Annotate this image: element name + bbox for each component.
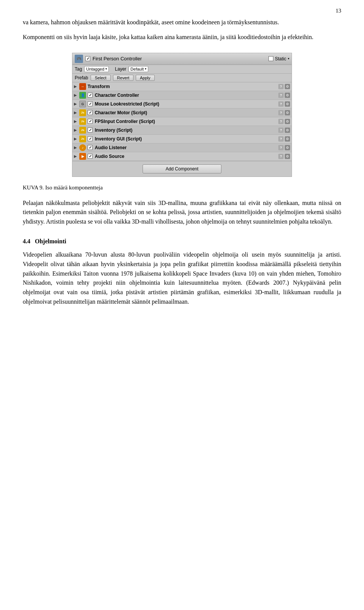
object-title: First Person Controller [93, 56, 266, 61]
layer-dropdown-arrow: ▾ [145, 67, 146, 71]
component-controls: ? ⚙ [278, 110, 290, 115]
figure-caption: KUVA 9. Iso määrä komponentteja [23, 184, 341, 191]
add-component-area: Add Component [72, 161, 292, 177]
character-controller-icon: 👤 [79, 92, 86, 99]
component-enabled-checkbox[interactable]: ✓ [88, 119, 93, 124]
inventory-icon: Js [79, 127, 86, 134]
help-icon[interactable]: ? [278, 136, 284, 142]
component-name: Inventory (Script) [95, 128, 277, 133]
tag-dropdown-arrow: ▾ [105, 67, 107, 71]
settings-icon[interactable]: ⚙ [285, 119, 290, 124]
fpsinput-controller-icon: Js [79, 118, 86, 125]
inventory-gui-icon: Js [79, 136, 86, 142]
help-icon[interactable]: ? [278, 145, 284, 150]
settings-icon[interactable]: ⚙ [285, 101, 290, 107]
tag-layer-row: Tag Untagged ▾ Layer Default ▾ [72, 65, 292, 74]
paragraph-3: Pelaajan näkökulmasta peliobjektit näkyv… [23, 199, 341, 227]
expand-arrow-icon[interactable]: ▶ [74, 128, 78, 132]
component-name: Character Motor (Script) [95, 110, 277, 115]
component-enabled-checkbox[interactable]: ✓ [88, 136, 93, 141]
prefab-row: Prefab Select Revert Apply [72, 74, 292, 82]
paragraph-4: Videopelien alkuaikana 70-luvun alusta 8… [23, 250, 341, 307]
component-name: Inventory GUI (Script) [95, 136, 277, 142]
component-name: Transform [88, 84, 277, 89]
tag-label: Tag [75, 66, 82, 72]
component-controls: ? ⚙ [278, 119, 290, 124]
layer-value: Default [130, 67, 144, 71]
section-title: Ohjelmointi [35, 238, 66, 244]
expand-arrow-icon[interactable]: ▶ [74, 84, 78, 88]
expand-arrow-icon[interactable]: ▶ [74, 137, 78, 141]
component-enabled-checkbox[interactable]: ✓ [88, 145, 93, 150]
static-checkbox[interactable] [268, 56, 273, 61]
help-icon[interactable]: ? [278, 93, 284, 98]
expand-arrow-icon[interactable]: ▶ [74, 110, 78, 115]
unity-titlebar: 🎮 ✓ First Person Controller Static ▾ [72, 53, 292, 65]
help-icon[interactable]: ? [278, 128, 284, 133]
component-row: ▶ ♪ ✓ Audio Listener ? ⚙ [72, 143, 292, 152]
expand-arrow-icon[interactable]: ▶ [74, 119, 78, 123]
settings-icon[interactable]: ⚙ [285, 110, 290, 115]
help-icon[interactable]: ? [278, 110, 284, 115]
settings-icon[interactable]: ⚙ [285, 128, 290, 133]
object-active-checkbox[interactable]: ✓ [85, 56, 90, 61]
revert-button[interactable]: Revert [113, 75, 133, 81]
help-icon[interactable]: ? [278, 154, 284, 159]
expand-arrow-icon[interactable]: ▶ [74, 102, 78, 106]
apply-button[interactable]: Apply [136, 75, 155, 81]
component-name: Audio Listener [95, 145, 277, 150]
component-row: ▶ ▶ ✓ Audio Source ? ⚙ [72, 152, 292, 161]
unity-inspector-screenshot: 🎮 ✓ First Person Controller Static ▾ Tag… [72, 53, 292, 177]
component-enabled-checkbox[interactable]: ✓ [88, 110, 93, 115]
component-controls: ? ⚙ [278, 136, 290, 142]
component-enabled-checkbox[interactable]: ✓ [88, 128, 93, 132]
component-row: ▶ 👤 ✓ Character Controller ? ⚙ [72, 91, 292, 100]
mouse-lookrestricted-icon: G [79, 101, 86, 107]
settings-icon[interactable]: ⚙ [285, 93, 290, 98]
component-enabled-checkbox[interactable]: ✓ [88, 154, 93, 159]
section-heading: 4.4 Ohjelmointi [23, 238, 341, 245]
settings-icon[interactable]: ⚙ [285, 145, 290, 150]
components-list: ▶ ↔ Transform ? ⚙ ▶ 👤 ✓ Character Contro… [72, 82, 292, 161]
component-controls: ? ⚙ [278, 145, 290, 150]
expand-arrow-icon[interactable]: ▶ [74, 93, 78, 97]
component-row: ▶ Js ✓ FPSInput Controller (Script) ? ⚙ [72, 117, 292, 126]
paragraph-2: Komponentti on siis hyvin laaja käsite, … [23, 33, 341, 42]
tag-value: Untagged [86, 67, 104, 71]
character-motor-icon: Js [79, 109, 86, 116]
component-name: Mouse Lookrestricted (Script) [95, 101, 277, 107]
component-controls: ? ⚙ [278, 128, 290, 133]
paragraph-1: va kamera, hahmon ohjauksen määrittävät … [23, 18, 341, 27]
component-enabled-checkbox[interactable]: ✓ [88, 93, 93, 98]
static-label: Static [275, 56, 286, 61]
help-icon[interactable]: ? [278, 101, 284, 107]
tag-dropdown[interactable]: Untagged ▾ [84, 66, 109, 72]
layer-dropdown[interactable]: Default ▾ [129, 66, 148, 72]
component-name: FPSInput Controller (Script) [95, 119, 277, 124]
static-dropdown-arrow[interactable]: ▾ [288, 57, 289, 60]
component-row: ▶ Js ✓ Inventory GUI (Script) ? ⚙ [72, 135, 292, 143]
help-icon[interactable]: ? [278, 119, 284, 124]
audio-source-icon: ▶ [79, 153, 86, 160]
component-controls: ? ⚙ [278, 84, 290, 89]
expand-arrow-icon[interactable]: ▶ [74, 145, 78, 150]
section-number: 4.4 [23, 238, 30, 244]
component-row: ▶ Js ✓ Inventory (Script) ? ⚙ [72, 126, 292, 135]
component-enabled-checkbox[interactable]: ✓ [88, 101, 93, 106]
component-controls: ? ⚙ [278, 93, 290, 98]
settings-icon[interactable]: ⚙ [285, 136, 290, 142]
static-area: Static ▾ [268, 56, 289, 61]
select-button[interactable]: Select [91, 75, 111, 81]
help-icon[interactable]: ? [278, 84, 284, 89]
unity-object-icon: 🎮 [75, 55, 83, 63]
page-number: 13 [23, 8, 341, 14]
component-controls: ? ⚙ [278, 154, 290, 159]
expand-arrow-icon[interactable]: ▶ [74, 154, 78, 158]
component-row: ▶ Js ✓ Character Motor (Script) ? ⚙ [72, 109, 292, 117]
prefab-label: Prefab [75, 75, 88, 80]
settings-icon[interactable]: ⚙ [285, 154, 290, 159]
settings-icon[interactable]: ⚙ [285, 84, 290, 89]
add-component-button[interactable]: Add Component [143, 164, 222, 173]
component-name: Character Controller [95, 93, 277, 98]
component-row: ▶ G ✓ Mouse Lookrestricted (Script) ? ⚙ [72, 100, 292, 109]
